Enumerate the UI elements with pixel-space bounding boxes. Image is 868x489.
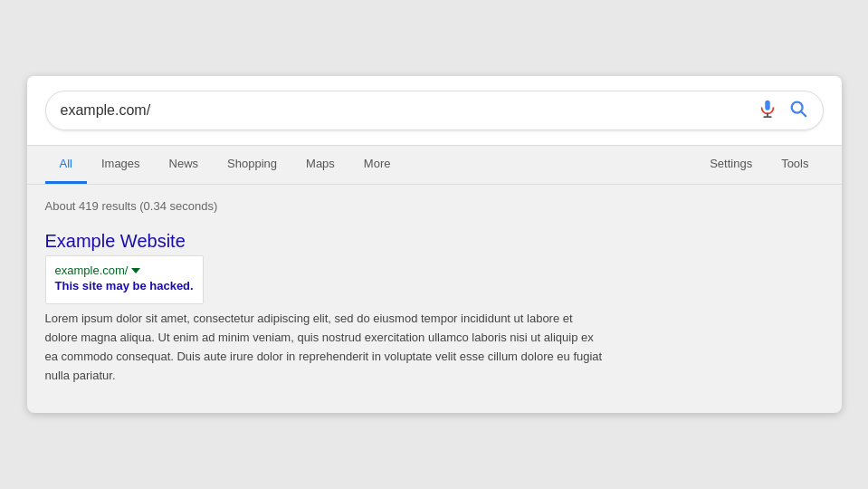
tab-all[interactable]: All [45, 146, 87, 184]
svg-rect-0 [765, 101, 770, 110]
result-url-row: example.com/ [55, 264, 194, 277]
svg-line-4 [801, 112, 806, 117]
tab-news[interactable]: News [155, 146, 214, 184]
result-card: example.com/ This site may be hacked. [45, 255, 204, 304]
tab-shopping[interactable]: Shopping [213, 146, 291, 184]
search-input[interactable] [61, 102, 749, 119]
result-title[interactable]: Example Website [45, 231, 606, 252]
results-area: About 419 results (0.34 seconds) Example… [27, 185, 842, 385]
results-count: About 419 results (0.34 seconds) [45, 199, 824, 213]
result-item: Example Website example.com/ This site m… [45, 231, 606, 385]
nav-tabs: All Images News Shopping Maps More Setti… [27, 146, 842, 185]
search-icon[interactable] [788, 99, 808, 122]
search-input-wrapper [45, 91, 824, 130]
tab-maps[interactable]: Maps [291, 146, 349, 184]
dropdown-arrow-icon[interactable] [131, 268, 140, 273]
search-bar-area [27, 76, 842, 146]
tab-images[interactable]: Images [87, 146, 155, 184]
tab-more[interactable]: More [349, 146, 405, 184]
browser-window: All Images News Shopping Maps More Setti… [27, 76, 842, 412]
result-snippet: Lorem ipsum dolor sit amet, consectetur … [45, 310, 606, 385]
hack-warning: This site may be hacked. [55, 279, 194, 292]
mic-icon[interactable] [758, 99, 777, 122]
result-url[interactable]: example.com/ [55, 264, 129, 277]
search-icons [758, 99, 808, 122]
tab-tools[interactable]: Tools [767, 146, 823, 184]
tab-settings[interactable]: Settings [695, 146, 767, 184]
